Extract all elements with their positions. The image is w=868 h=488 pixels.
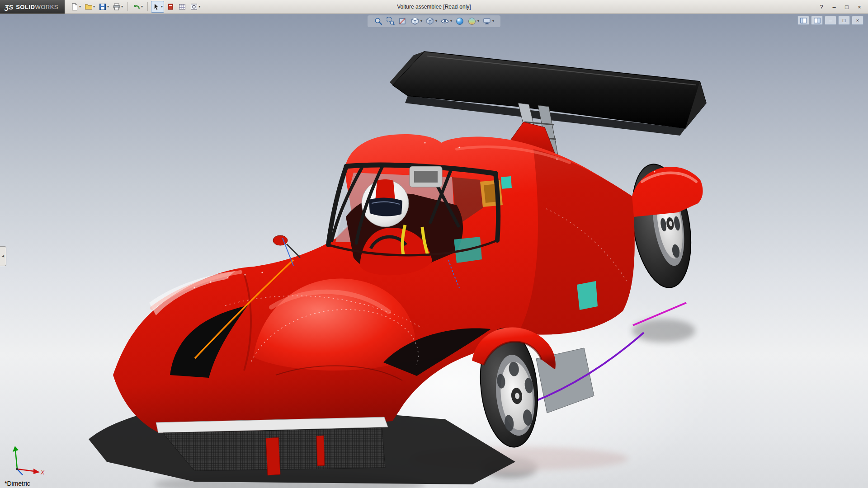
edit-appearance-button[interactable] [455, 17, 464, 26]
split-view-icon [814, 18, 821, 23]
design-table-button[interactable] [177, 1, 188, 13]
design-table-icon [178, 3, 186, 11]
save-icon [99, 3, 107, 11]
view-orientation-cube-icon [410, 17, 420, 26]
orientation-triad: X [7, 443, 48, 479]
dropdown-caret[interactable]: ▾ [79, 5, 81, 9]
front-splitter[interactable] [156, 417, 388, 475]
open-folder-icon [85, 3, 93, 11]
save-button[interactable]: ▾ [97, 1, 110, 13]
dropdown-caret[interactable]: ▾ [450, 19, 452, 23]
close-document-button[interactable]: × [852, 16, 863, 25]
section-view-button[interactable] [398, 17, 407, 26]
display-style-icon [425, 17, 434, 26]
select-tool-button[interactable]: ▾ [151, 1, 164, 13]
dropdown-caret[interactable]: ▾ [198, 5, 200, 9]
view-settings-monitor-icon [482, 17, 491, 26]
help-button[interactable]: ? [816, 2, 827, 11]
dropdown-caret[interactable]: ▾ [141, 5, 143, 9]
logo-text-works: WORKS [35, 4, 58, 10]
print-button[interactable]: ▾ [111, 1, 124, 13]
zoom-to-fit-icon [374, 17, 383, 26]
solidworks-logo-mark: ƷS [5, 3, 13, 11]
toolbar-separator [127, 2, 128, 11]
view-settings-button[interactable]: ▾ [482, 17, 494, 26]
undo-button[interactable]: ▾ [131, 1, 144, 13]
dropdown-caret[interactable]: ▾ [477, 19, 479, 23]
view-orientation-label: *Dimetric [5, 480, 30, 487]
feature-pane-toggle[interactable]: ◀ [0, 246, 6, 266]
reference-button[interactable] [165, 1, 176, 13]
display-style-button[interactable]: ▾ [425, 17, 437, 26]
new-document-button[interactable]: ▾ [69, 1, 82, 13]
logo-text-solid: SOLID [16, 4, 35, 10]
document-window-controls: – □ × [797, 16, 863, 25]
open-button[interactable]: ▾ [83, 1, 96, 13]
dropdown-caret[interactable]: ▾ [121, 5, 123, 9]
graphics-viewport[interactable]: ▾ ▾ ▾ ▾ [0, 14, 868, 488]
section-view-icon [398, 17, 407, 26]
window-controls: ? – □ × [816, 0, 865, 14]
close-button[interactable]: × [854, 2, 865, 11]
view-orientation-button[interactable]: ▾ [410, 17, 422, 26]
model-canvas[interactable] [0, 14, 868, 488]
split-view-button[interactable] [811, 16, 823, 25]
dropdown-caret[interactable]: ▾ [420, 19, 422, 23]
titlebar: ƷS SOLIDWORKS ▾ ▾ ▾ [0, 0, 868, 14]
left-mirror[interactable] [273, 235, 288, 245]
minimize-document-button[interactable]: – [825, 16, 836, 25]
dropdown-caret[interactable]: ▾ [93, 5, 95, 9]
restore-button[interactable]: □ [841, 2, 853, 11]
dropdown-caret[interactable]: ▾ [107, 5, 109, 9]
select-cursor-icon [152, 3, 160, 11]
apply-scene-ball-icon [467, 17, 476, 26]
main-toolbar: ▾ ▾ ▾ ▾ [69, 1, 202, 13]
undo-icon [132, 3, 141, 11]
apply-scene-button[interactable]: ▾ [467, 17, 479, 26]
triad-x-label: X [40, 469, 45, 476]
solidworks-logo: ƷS SOLIDWORKS [0, 0, 65, 14]
feature-pane-icon [800, 18, 807, 23]
toolbar-separator [147, 2, 148, 11]
heads-up-toolbar: ▾ ▾ ▾ ▾ [368, 15, 500, 27]
hide-show-items-button[interactable]: ▾ [440, 17, 452, 26]
zoom-to-fit-button[interactable] [374, 17, 383, 26]
options-sheet-icon [190, 3, 198, 11]
options-button[interactable]: ▾ [189, 1, 202, 13]
zoom-to-area-button[interactable] [386, 17, 395, 26]
dropdown-caret[interactable]: ▾ [161, 5, 163, 9]
dropdown-caret[interactable]: ▾ [492, 19, 494, 23]
new-document-icon [71, 3, 79, 11]
dropdown-caret[interactable]: ▾ [435, 19, 437, 23]
edit-appearance-ball-icon [455, 17, 464, 26]
minimize-button[interactable]: – [828, 2, 840, 11]
reference-icon [166, 3, 175, 11]
restore-document-button[interactable]: □ [838, 16, 850, 25]
zoom-to-area-icon [386, 17, 395, 26]
show-feature-pane-button[interactable] [797, 16, 809, 25]
print-icon [113, 3, 121, 11]
hide-show-eye-icon [440, 17, 449, 26]
